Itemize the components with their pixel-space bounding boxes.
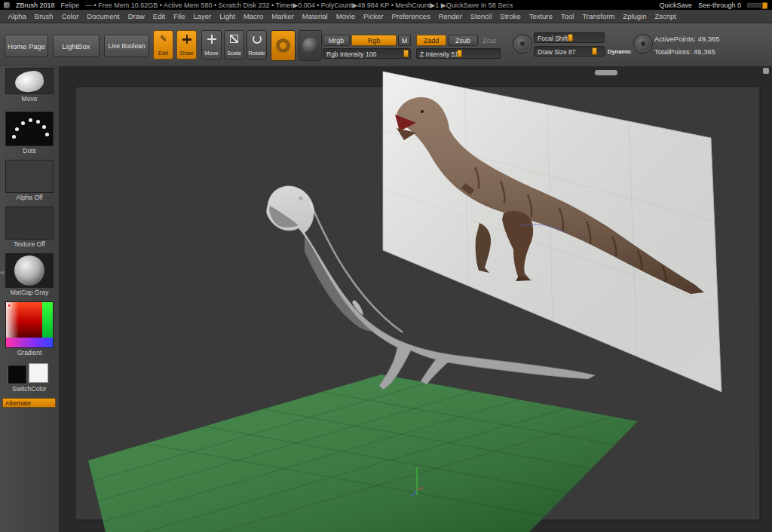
edit-mode-button[interactable]: ✎ Edit: [153, 30, 173, 60]
focal-shift-slider[interactable]: Focal Shift 0: [534, 32, 605, 43]
menu-item-layer[interactable]: Layer: [189, 11, 216, 22]
menu-item-brush[interactable]: Brush: [30, 11, 57, 22]
memory-status-text: — • Free Mem 10.62GB • Active Mem 580 • …: [85, 2, 513, 9]
draw-size-nub[interactable]: [592, 47, 597, 55]
move-brush-shape-icon: [14, 69, 46, 94]
focal-shift-icon[interactable]: [513, 34, 532, 54]
edit-pencil-icon: ✎: [160, 35, 167, 43]
alpha-selector[interactable]: Alpha Off: [5, 160, 54, 202]
left-tray-collapse-icon[interactable]: «: [0, 268, 5, 277]
focal-shift-nub[interactable]: [568, 34, 573, 41]
menu-item-tool[interactable]: Tool: [556, 11, 577, 22]
left-shelf: Move Dots Alpha Off Texture Off: [0, 66, 60, 532]
hue-strip-magenta[interactable]: [6, 338, 53, 348]
menu-item-edit[interactable]: Edit: [149, 11, 169, 22]
move-mode-button[interactable]: Move: [201, 30, 222, 60]
menu-item-stroke[interactable]: Stroke: [496, 11, 525, 22]
menu-item-document[interactable]: Document: [83, 11, 124, 22]
gradient-color-picker[interactable]: [5, 301, 54, 348]
zbrush-window: ZBrush 2018 Felipe — • Free Mem 10.62GB …: [0, 0, 772, 532]
canvas-vertical-scrollbar[interactable]: [763, 68, 769, 74]
matcap-gray-thumbnail[interactable]: [5, 253, 54, 288]
zsub-button[interactable]: Zsub: [448, 35, 478, 46]
canvas-horizontal-scrollbar[interactable]: [595, 70, 617, 75]
see-through-slider[interactable]: [747, 3, 768, 8]
menu-item-macro[interactable]: Macro: [239, 11, 267, 22]
zadd-button[interactable]: Zadd: [416, 35, 446, 46]
dot-icon: [29, 118, 32, 122]
live-boolean-button[interactable]: Live Boolean: [104, 35, 149, 57]
draw-size-dot: [641, 41, 645, 46]
lightbox-button[interactable]: LightBox: [53, 35, 100, 57]
dynamic-label[interactable]: Dynamic: [608, 48, 631, 55]
move-mode-label: Move: [204, 50, 218, 57]
gradient-label: Gradient: [5, 348, 54, 357]
brush-selector-move[interactable]: Move: [5, 68, 54, 103]
m-button[interactable]: M: [398, 35, 411, 46]
menu-item-picker[interactable]: Picker: [360, 11, 388, 22]
alternate-button[interactable]: Alternate: [2, 398, 56, 408]
rotate-mode-button[interactable]: Rotate: [247, 30, 267, 60]
dots-stroke-label: Dots: [5, 146, 54, 155]
texture-off-thumbnail[interactable]: [5, 206, 54, 240]
quicksave-button[interactable]: QuickSave: [659, 2, 692, 9]
matcap-sphere-icon: [14, 255, 44, 286]
rgb-intensity-slider[interactable]: Rgb Intensity 100: [323, 48, 411, 59]
saturation-square[interactable]: [6, 302, 42, 338]
menu-item-texture[interactable]: Texture: [525, 11, 556, 22]
stroke-selector-dots[interactable]: Dots: [5, 112, 54, 155]
switch-color-label: SwitchColor: [5, 384, 54, 393]
draw-size-slider[interactable]: Draw Size 87: [534, 46, 605, 57]
menu-item-color[interactable]: Color: [57, 11, 83, 22]
menu-item-draw[interactable]: Draw: [124, 11, 149, 22]
menu-bar: Alpha Brush Color Document Draw Edit Fil…: [0, 10, 772, 23]
draw-mode-button[interactable]: Draw: [176, 30, 197, 60]
menu-item-file[interactable]: File: [170, 11, 189, 22]
switch-color-swatches[interactable]: [5, 363, 54, 384]
menu-item-zplugin[interactable]: Zplugin: [619, 11, 651, 22]
see-through-slider-nub[interactable]: [762, 2, 767, 9]
secondary-color-swatch[interactable]: [29, 363, 48, 383]
viewport-scene[interactable]: [59, 66, 772, 532]
color-picker[interactable]: Gradient: [5, 301, 54, 357]
menu-item-zscript[interactable]: Zscript: [651, 11, 681, 22]
rgb-button[interactable]: Rgb: [351, 35, 397, 46]
menu-item-marker[interactable]: Marker: [268, 11, 299, 22]
rgb-intensity-nub[interactable]: [403, 50, 409, 57]
menu-item-light[interactable]: Light: [216, 11, 240, 22]
mrgb-button[interactable]: Mrgb: [323, 35, 350, 46]
dot-icon: [42, 125, 46, 129]
home-page-button[interactable]: Home Page: [5, 35, 48, 57]
menu-item-stencil[interactable]: Stencil: [466, 11, 496, 22]
menu-item-movie[interactable]: Movie: [332, 11, 359, 22]
viewport-canvas[interactable]: [59, 66, 772, 532]
z-intensity-nub[interactable]: [457, 50, 462, 57]
current-brush-preview[interactable]: [271, 30, 296, 61]
menu-item-preferences[interactable]: Preferences: [388, 11, 434, 22]
move-brush-thumbnail[interactable]: [5, 68, 54, 94]
menu-item-render[interactable]: Render: [434, 11, 466, 22]
rotate-icon: [253, 35, 262, 44]
zcut-button[interactable]: Zcut: [482, 35, 496, 46]
switch-color-control[interactable]: SwitchColor: [5, 363, 54, 393]
hue-strip-green[interactable]: [42, 302, 53, 338]
matcap-gray-label: MatCap Gray: [5, 288, 54, 297]
texture-selector[interactable]: Texture Off: [5, 206, 54, 249]
material-sphere-icon: [302, 38, 319, 54]
top-shelf: Home Page LightBox Live Boolean ✎ Edit D…: [0, 23, 772, 67]
dots-stroke-thumbnail[interactable]: [5, 112, 54, 146]
menu-item-alpha[interactable]: Alpha: [4, 11, 30, 22]
draw-size-icon[interactable]: [633, 34, 653, 54]
rgb-intensity-label: Rgb Intensity 100: [326, 50, 376, 58]
menu-item-material[interactable]: Material: [298, 11, 332, 22]
alpha-off-thumbnail[interactable]: [5, 160, 54, 193]
main-color-swatch[interactable]: [8, 365, 27, 384]
material-selector[interactable]: MatCap Gray: [5, 253, 54, 297]
see-through-label: See-through 0: [698, 2, 741, 9]
color-marker-icon: [8, 304, 11, 307]
menu-item-transform[interactable]: Transform: [578, 11, 619, 22]
scale-mode-button[interactable]: Scale: [224, 30, 244, 60]
z-intensity-slider[interactable]: Z Intensity 51: [416, 48, 501, 59]
material-preview[interactable]: [299, 30, 322, 61]
dot-icon: [45, 133, 49, 136]
